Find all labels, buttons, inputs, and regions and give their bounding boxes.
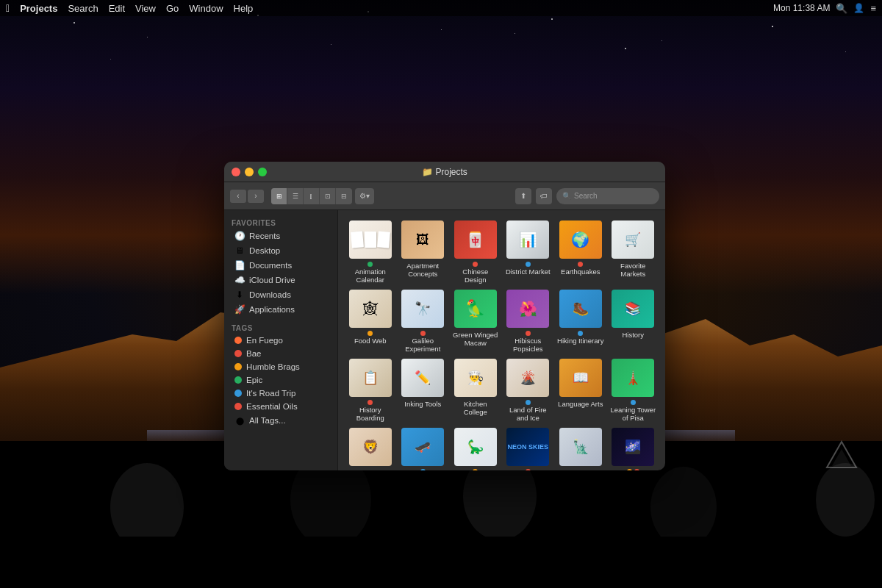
list-view-button[interactable]: ☰ xyxy=(287,188,304,204)
applications-icon: 🚀 xyxy=(234,304,245,315)
file-favorite-markets[interactable]: 🛒 Favorite Markets xyxy=(609,218,659,284)
file-natural-history[interactable]: 🦕 Natural History xyxy=(451,425,501,470)
title-bar: 📁 Projects xyxy=(224,162,665,182)
file-land-of-fire[interactable]: 🌋 Land of Fire and Ice xyxy=(503,356,553,422)
sidebar-tag-essentialoils[interactable]: Essential Oils xyxy=(227,400,334,413)
history-thumb: 📚 xyxy=(612,290,654,328)
svg-point-4 xyxy=(397,467,456,540)
svg-point-8 xyxy=(735,452,808,540)
sidebar-humble-label: Humble Brags xyxy=(246,362,300,371)
maximize-button[interactable] xyxy=(258,168,267,176)
humble-dot xyxy=(234,363,242,370)
apple-logo-icon[interactable]:  xyxy=(6,2,10,14)
food-web-thumb: 🕸 xyxy=(349,290,392,328)
mammals-thumb: 🦁 xyxy=(349,428,392,466)
galileo-dot xyxy=(420,331,426,336)
sidebar-item-documents[interactable]: 📄 Documents xyxy=(227,258,334,273)
file-chinese-design[interactable]: 🀄 Chinese Design xyxy=(451,218,501,284)
menubar-app-name[interactable]: Projects xyxy=(20,3,57,14)
menubar-menu-icon[interactable]: ≡ xyxy=(870,3,876,14)
menubar-user-icon[interactable]: 👤 xyxy=(853,3,864,13)
file-inking-tools[interactable]: ✏️ Inking Tools xyxy=(398,356,448,422)
file-earthquakes[interactable]: 🌍 Earthquakes xyxy=(556,218,606,284)
galileo-thumb: 🔭 xyxy=(401,290,444,328)
search-icon: 🔍 xyxy=(562,192,571,200)
documents-icon: 📄 xyxy=(234,260,245,270)
search-bar[interactable]: 🔍 Search xyxy=(556,188,659,204)
forward-button[interactable]: › xyxy=(248,190,264,203)
menubar-help[interactable]: Help xyxy=(234,3,254,14)
file-animation-calendar[interactable]: Animation Calendar xyxy=(345,218,395,284)
menubar-file[interactable]: Search xyxy=(68,3,98,14)
file-apartment-concepts[interactable]: 🖼 Apartment Concepts xyxy=(398,218,448,284)
sidebar-tag-roadtrip[interactable]: It's Road Trip xyxy=(227,387,334,400)
recents-icon: 🕐 xyxy=(234,231,245,241)
natural-history-dot xyxy=(473,469,478,470)
svg-point-0 xyxy=(44,463,103,537)
menubar-time: Mon 11:38 AM xyxy=(773,3,830,13)
sidebar-item-icloud[interactable]: ☁️ iCloud Drive xyxy=(227,273,334,287)
earthquakes-label: Earthquakes xyxy=(561,262,600,276)
file-galileo[interactable]: 🔭 Galileo Experiment xyxy=(398,287,448,353)
sidebar-enfuego-label: En Fuego xyxy=(246,336,283,345)
sidebar-item-downloads[interactable]: ⬇ Downloads xyxy=(227,287,334,302)
neon-skies-dot xyxy=(526,469,531,470)
history-boarding-label: History Boarding xyxy=(347,400,394,423)
file-hiking[interactable]: 🥾 Hiking Itinerary xyxy=(556,287,606,353)
sidebar-tag-humble[interactable]: Humble Brags xyxy=(227,360,334,373)
minimize-button[interactable] xyxy=(245,168,254,176)
file-popular-skate[interactable]: 🛹 Most popular Skate Parks xyxy=(398,425,448,470)
menubar-view[interactable]: View xyxy=(135,3,156,14)
svg-rect-14 xyxy=(0,537,882,588)
file-neon-skies[interactable]: NEON SKIES Neon Skies xyxy=(503,425,553,470)
file-district-market[interactable]: 📊 District Market xyxy=(503,218,553,284)
file-history-boarding[interactable]: 📋 History Boarding xyxy=(345,356,395,422)
sidebar-tag-alltags[interactable]: ⬤ All Tags... xyxy=(227,413,334,428)
file-night-sky[interactable]: 🌌 Night Sky xyxy=(609,425,659,470)
column-view-button[interactable]: ⫿ xyxy=(304,188,320,204)
finder-body: Favorites 🕐 Recents 🖥 Desktop 📄 Document… xyxy=(224,210,665,470)
desktop-icon: 🖥 xyxy=(234,245,245,256)
file-history[interactable]: 📚 History xyxy=(609,287,659,353)
file-language-arts[interactable]: 📖 Language Arts xyxy=(556,356,606,422)
back-button[interactable]: ‹ xyxy=(230,190,246,203)
sidebar-documents-label: Documents xyxy=(249,261,292,270)
file-new-york[interactable]: 🗽 New York xyxy=(556,425,606,470)
downloads-icon: ⬇ xyxy=(234,290,245,300)
earthquakes-thumb: 🌍 xyxy=(559,220,602,259)
favorites-section-title: Favorites xyxy=(224,216,337,229)
share-button[interactable]: ⬆ xyxy=(515,188,531,204)
gallery-view-button[interactable]: ⊡ xyxy=(320,188,336,204)
icloud-icon: ☁️ xyxy=(234,275,245,285)
file-macaw[interactable]: 🦜 Green Winged Macaw xyxy=(451,287,501,353)
file-food-web[interactable]: 🕸 Food Web xyxy=(345,287,395,353)
kitchen-college-label: Kitchen College xyxy=(452,400,499,417)
sidebar-tag-epic[interactable]: Epic xyxy=(227,373,334,387)
gear-button[interactable]: ⚙▾ xyxy=(355,188,374,204)
grid-view-button[interactable]: ⊟ xyxy=(336,188,352,204)
file-hibiscus[interactable]: 🌺 Hibiscus Popsicles xyxy=(503,287,553,353)
edit-tags-button[interactable]: 🏷 xyxy=(536,188,552,204)
district-market-dot xyxy=(526,262,531,267)
file-mammals[interactable]: 🦁 Mammals in Africa xyxy=(345,425,395,470)
menubar-search-icon[interactable]: 🔍 xyxy=(836,3,847,14)
bae-dot xyxy=(234,350,242,357)
menubar-go[interactable]: Go xyxy=(166,3,179,14)
menubar-window[interactable]: Window xyxy=(189,3,223,14)
history-label: History xyxy=(622,331,644,339)
icon-view-button[interactable]: ⊞ xyxy=(271,188,287,204)
file-leaning-tower[interactable]: 🗼 Leaning Tower of Pisa xyxy=(609,356,659,422)
sidebar-tag-bae[interactable]: Bae xyxy=(227,347,334,360)
menubar-edit[interactable]: Edit xyxy=(109,3,125,14)
new-york-label: New York xyxy=(566,469,595,470)
sidebar-item-applications[interactable]: 🚀 Applications xyxy=(227,302,334,317)
land-of-fire-thumb: 🌋 xyxy=(506,359,549,397)
sidebar-downloads-label: Downloads xyxy=(249,290,291,299)
file-kitchen-college[interactable]: 👨‍🍳 Kitchen College xyxy=(451,356,501,422)
close-button[interactable] xyxy=(232,168,240,176)
nav-buttons: ‹ › xyxy=(230,190,264,203)
sidebar-item-recents[interactable]: 🕐 Recents xyxy=(227,229,334,243)
epic-dot xyxy=(234,376,242,384)
sidebar-tag-enfuego[interactable]: En Fuego xyxy=(227,334,334,347)
sidebar-item-desktop[interactable]: 🖥 Desktop xyxy=(227,243,334,258)
